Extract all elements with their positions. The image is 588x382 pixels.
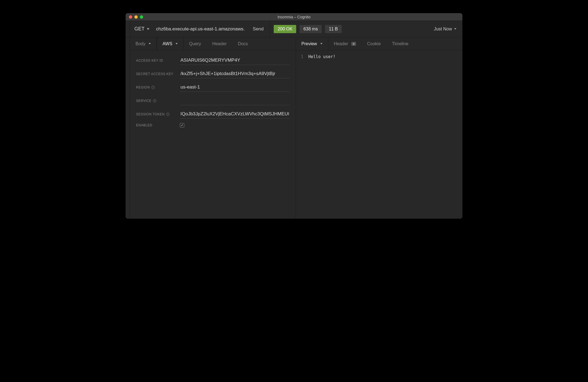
response-panel: Preview Header 4 Cookie Timeline 1 Hello… [296,37,462,219]
label-region-text: REGION [136,85,150,89]
history-label: Just Now [434,27,452,32]
tab-response-header[interactable]: Header 4 [328,37,362,50]
line-number: 1 [301,54,308,215]
tab-resp-header-label: Header [334,41,348,46]
status-size-badge: 11 B [325,25,342,33]
input-service[interactable] [180,96,290,105]
checkbox-enabled[interactable]: ✓ [180,123,184,127]
window-title: Insomnia – Cognito [126,15,462,19]
tab-body-label: Body [135,41,145,46]
chevron-down-icon [147,28,149,30]
method-dropdown[interactable]: GET [130,21,154,37]
tab-header-label: Header [212,41,227,46]
tab-preview[interactable]: Preview [296,37,328,50]
input-session-token[interactable] [180,110,290,119]
tab-docs-label: Docs [238,41,248,46]
response-status-bar: 200 OK 638 ms 11 B [270,21,346,37]
label-service: SERVICE ? [136,99,180,103]
history-dropdown[interactable]: Just Now [434,27,462,32]
tab-query[interactable]: Query [183,37,207,50]
tab-aws-label: AWS [162,41,172,46]
status-time-badge: 638 ms [299,25,321,33]
aws-auth-form: ACCESS KEY ID SECRET ACCESS KEY REGION ? [130,50,296,219]
tab-query-label: Query [189,41,201,46]
header-count-badge: 4 [351,42,356,46]
response-tabs: Preview Header 4 Cookie Timeline [296,37,462,50]
help-icon[interactable]: ? [151,86,155,89]
label-service-text: SERVICE [136,99,151,103]
tab-preview-label: Preview [301,41,317,46]
tab-aws[interactable]: AWS [157,37,183,50]
input-access-key-id[interactable] [180,56,290,65]
request-toolbar: GET Send 200 OK 638 ms 11 B Just Now [126,21,462,37]
tab-header[interactable]: Header [207,37,232,50]
traffic-lights [126,15,143,19]
label-secret-access-key: SECRET ACCESS KEY [136,72,180,76]
app-window: Insomnia – Cognito GET Send 200 OK 638 m… [126,13,462,219]
send-button[interactable]: Send [247,21,270,37]
response-line: Hello user! [308,54,335,215]
status-code-badge: 200 OK [274,25,296,33]
url-input[interactable] [154,21,247,37]
main-split: Body AWS Query Header Docs [126,37,462,219]
label-session-token-text: SESSION TOKEN [136,112,165,116]
method-label: GET [134,26,145,32]
input-region[interactable] [180,83,290,92]
input-secret-access-key[interactable] [180,69,290,78]
request-panel: Body AWS Query Header Docs [130,37,296,219]
label-region: REGION ? [136,85,180,89]
chevron-down-icon [149,43,151,44]
label-access-key-id: ACCESS KEY ID [136,59,180,62]
minimize-icon[interactable] [134,15,138,19]
chevron-down-icon [320,43,323,44]
left-gutter [126,37,130,219]
tab-timeline[interactable]: Timeline [386,37,414,50]
response-body: 1 Hello user! [296,50,462,219]
titlebar: Insomnia – Cognito [126,13,462,21]
close-icon[interactable] [129,15,132,19]
request-tabs: Body AWS Query Header Docs [130,37,296,50]
label-enabled: ENABLED [136,123,180,127]
help-icon[interactable]: ? [153,99,156,102]
left-spacer [126,21,130,37]
help-icon[interactable]: ? [166,113,169,116]
tab-cookie[interactable]: Cookie [362,37,387,50]
tab-cookie-label: Cookie [367,41,381,46]
chevron-down-icon [454,28,456,30]
tab-docs[interactable]: Docs [232,37,253,50]
label-session-token: SESSION TOKEN ? [136,112,180,116]
tab-timeline-label: Timeline [392,41,408,46]
chevron-down-icon [176,43,178,44]
maximize-icon[interactable] [140,15,143,19]
tab-body[interactable]: Body [130,37,157,50]
